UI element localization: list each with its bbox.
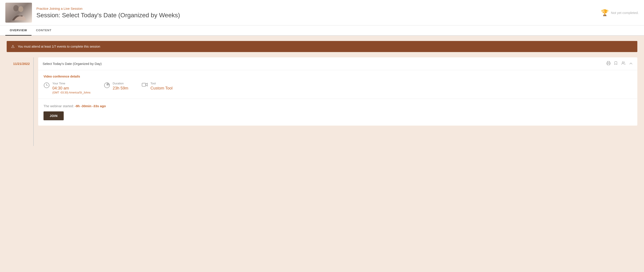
chevron-up-icon[interactable] bbox=[629, 61, 633, 66]
svg-point-0 bbox=[13, 5, 19, 11]
svg-rect-2 bbox=[608, 64, 610, 65]
duration-label: Duration bbox=[113, 82, 128, 85]
header-info: Practice Joining a Live Session Session:… bbox=[36, 7, 596, 19]
timeline-line bbox=[33, 57, 34, 146]
webinar-section: The webinar started: -9h -30min -33s ago… bbox=[38, 99, 637, 126]
duration-value: 23h 59m bbox=[113, 86, 128, 91]
vc-duration-info: Duration 23h 59m bbox=[113, 82, 128, 91]
session-card-title: Select Today's Date (Organized by Day) bbox=[42, 62, 102, 66]
svg-point-1 bbox=[18, 6, 23, 12]
clock-icon bbox=[44, 82, 50, 90]
tab-content[interactable]: CONTENT bbox=[32, 25, 56, 36]
your-time-label: Your Time bbox=[52, 82, 90, 85]
vc-tool-info: Tool Custom Tool bbox=[150, 82, 173, 91]
completion-status: 🏆 Not yet completed. bbox=[601, 9, 639, 16]
webinar-time-ago: -9h -30min -33s ago bbox=[75, 104, 106, 108]
vc-details: Your Time 04:30 am (GMT -03:30) America/… bbox=[44, 82, 632, 94]
warning-icon: ⚠ bbox=[11, 44, 15, 49]
main-content: ⚠ You must attend at least 1/7 events to… bbox=[0, 36, 644, 151]
tool-value: Custom Tool bbox=[150, 86, 173, 91]
bookmark-icon[interactable] bbox=[614, 61, 618, 66]
webinar-started-text: The webinar started: -9h -30min -33s ago bbox=[44, 104, 632, 108]
alert-message: You must attend at least 1/7 events to c… bbox=[18, 45, 100, 48]
tool-label: Tool bbox=[150, 82, 173, 85]
session-date: 11/21/2022 bbox=[7, 57, 33, 66]
vc-tool-item: Tool Custom Tool bbox=[142, 82, 173, 91]
vc-time-item: Your Time 04:30 am (GMT -03:30) America/… bbox=[44, 82, 90, 94]
svg-marker-7 bbox=[146, 83, 147, 86]
alert-banner: ⚠ You must attend at least 1/7 events to… bbox=[7, 41, 637, 52]
session-card: Select Today's Date (Organized by Day) bbox=[38, 57, 637, 126]
thumbnail-image bbox=[10, 4, 28, 21]
session-title: Session: Select Today's Date (Organized … bbox=[36, 12, 596, 19]
session-card-header: Select Today's Date (Organized by Day) bbox=[38, 57, 637, 70]
tab-bar: OVERVIEW CONTENT bbox=[0, 25, 644, 36]
duration-icon bbox=[104, 82, 110, 90]
join-button[interactable]: JOIN bbox=[44, 111, 64, 120]
session-card-actions bbox=[606, 61, 633, 66]
trophy-icon: 🏆 bbox=[601, 9, 609, 16]
vc-section: Video conference details Your Time 04 bbox=[38, 70, 637, 99]
page-header: Practice Joining a Live Session Session:… bbox=[0, 0, 644, 25]
course-thumbnail bbox=[5, 3, 32, 23]
your-time-timezone: (GMT -03:30) America/St_Johns bbox=[52, 91, 90, 94]
users-icon[interactable] bbox=[621, 61, 626, 66]
session-row: 11/21/2022 Select Today's Date (Organize… bbox=[7, 57, 637, 146]
camera-icon bbox=[142, 82, 148, 88]
your-time-value: 04:30 am bbox=[52, 86, 90, 91]
vc-title: Video conference details bbox=[44, 75, 632, 78]
tab-overview[interactable]: OVERVIEW bbox=[5, 25, 32, 36]
vc-time-info: Your Time 04:30 am (GMT -03:30) America/… bbox=[52, 82, 90, 94]
svg-rect-6 bbox=[142, 83, 146, 86]
svg-point-3 bbox=[622, 62, 624, 63]
vc-duration-item: Duration 23h 59m bbox=[104, 82, 128, 91]
course-subtitle: Practice Joining a Live Session bbox=[36, 7, 596, 10]
print-icon[interactable] bbox=[606, 61, 611, 66]
